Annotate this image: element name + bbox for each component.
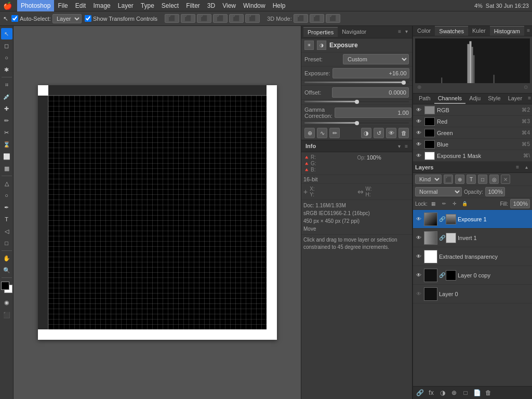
menu-photoshop[interactable]: Photoshop (17, 0, 54, 11)
offset-slider-track[interactable] (304, 101, 409, 102)
eyedropper-tool[interactable]: 💉 (1, 91, 12, 102)
exposure-slider-track[interactable] (304, 82, 409, 83)
tab-histogram[interactable]: Histogram (490, 26, 524, 36)
tab-properties[interactable]: Properties (303, 27, 338, 37)
layers-new-btn[interactable]: 📄 (472, 388, 482, 397)
menu-3d[interactable]: 3D (204, 0, 219, 11)
crop-tool[interactable]: ⌗ (1, 79, 12, 90)
tab-channels[interactable]: Channels (434, 94, 466, 104)
blur-tool[interactable]: △ (1, 178, 12, 189)
eraser-tool[interactable]: ⬜ (1, 151, 12, 162)
menu-filter[interactable]: Filter (182, 0, 204, 11)
hand-tool[interactable]: ✋ (1, 252, 12, 264)
lasso-tool[interactable]: ○ (1, 52, 12, 63)
layers-fx-btn[interactable]: fx (427, 388, 436, 397)
channels-menu-btn[interactable]: ≡ (526, 94, 532, 104)
color-swatches[interactable] (1, 282, 12, 293)
screen-mode-btn[interactable]: ⬛ (1, 309, 12, 321)
layer-link-exposure1[interactable]: 🔗 (439, 216, 444, 222)
channel-row-red[interactable]: 👁 Red ⌘3 (413, 116, 532, 127)
gradient-tool[interactable]: ▦ (1, 163, 12, 174)
align-center-btn[interactable]: ⬛ (181, 14, 195, 23)
marquee-tool[interactable]: ◻ (1, 40, 12, 51)
layers-delete-btn[interactable]: 🗑 (484, 388, 493, 397)
tab-layer-sub[interactable]: Layer (504, 94, 526, 104)
layer-link-layer0copy[interactable]: 🔗 (439, 272, 444, 278)
tab-adju[interactable]: Adju (466, 94, 484, 104)
properties-eyedropper-btn[interactable]: ⊕ (304, 128, 315, 138)
properties-mask-btn[interactable]: ◑ (361, 128, 371, 138)
menu-view[interactable]: View (219, 0, 240, 11)
properties-curve-btn[interactable]: ∿ (317, 128, 327, 138)
properties-eye-btn[interactable]: 👁 (386, 128, 396, 138)
info-menu-btn[interactable]: ≡ (403, 142, 410, 151)
properties-delete-btn[interactable]: 🗑 (398, 128, 409, 138)
menu-image[interactable]: Image (89, 0, 114, 11)
channel-row-rgb[interactable]: 👁 RGB ⌘2 (413, 104, 532, 116)
align-top-btn[interactable]: ⬛ (213, 14, 228, 23)
layer-eye-extracted[interactable]: 👁 (415, 253, 422, 260)
align-left-btn[interactable]: ⬛ (165, 14, 179, 23)
layers-link-btn[interactable]: 🔗 (415, 388, 424, 397)
layers-menu-btn[interactable]: ≡ (514, 163, 521, 171)
canvas-document[interactable] (48, 96, 267, 329)
lock-transparent-btn[interactable]: ▦ (430, 200, 438, 208)
properties-refresh-btn[interactable]: ↺ (374, 128, 384, 138)
filter-toggle-btn[interactable]: ✕ (501, 175, 510, 184)
channel-eye-blue[interactable]: 👁 (415, 141, 422, 148)
menu-help[interactable]: Help (269, 0, 289, 11)
clone-stamp-tool[interactable]: ✂ (1, 127, 12, 138)
align-right-btn[interactable]: ⬛ (197, 14, 211, 23)
align-bottom-btn[interactable]: ⬛ (245, 14, 260, 23)
3d-orbit-btn[interactable]: ⬛ (310, 14, 324, 23)
menu-edit[interactable]: Edit (72, 0, 90, 11)
menu-type[interactable]: Type (137, 0, 158, 11)
tab-style[interactable]: Style (484, 94, 504, 104)
gamma-slider-track[interactable] (304, 122, 409, 124)
preset-select[interactable]: Custom (343, 54, 409, 64)
dodge-tool[interactable]: ○ (1, 190, 12, 201)
3d-mode-btn[interactable]: ⬛ (294, 14, 308, 23)
move-tool[interactable]: ↖ (1, 28, 12, 39)
layers-expand-btn[interactable]: ▴ (523, 163, 530, 171)
text-tool[interactable]: T (1, 214, 12, 225)
channel-row-green[interactable]: 👁 Green ⌘4 (413, 127, 532, 139)
channel-row-mask[interactable]: 👁 Exposure 1 Mask ⌘\ (413, 150, 532, 162)
layers-mask-btn[interactable]: ◑ (438, 388, 447, 397)
lock-image-btn[interactable]: ✏ (440, 200, 448, 208)
filter-adj-btn[interactable]: ⊕ (455, 175, 464, 184)
foreground-color-swatch[interactable] (1, 282, 9, 290)
menu-file[interactable]: File (54, 0, 71, 11)
tab-path[interactable]: Path (415, 94, 434, 104)
lock-all-btn[interactable]: 🔒 (461, 200, 469, 208)
filter-text-btn[interactable]: T (467, 175, 476, 184)
layer-row-layer0[interactable]: 👁 Layer 0 (413, 285, 532, 303)
quick-mask-btn[interactable]: ◉ (1, 297, 12, 308)
menu-layer[interactable]: Layer (114, 0, 137, 11)
channel-eye-rgb[interactable]: 👁 (415, 107, 422, 114)
align-middle-btn[interactable]: ⬛ (229, 14, 244, 23)
filter-shape-btn[interactable]: □ (478, 175, 487, 184)
offset-input[interactable] (332, 87, 409, 98)
layer-eye-layer0copy[interactable]: 👁 (415, 272, 422, 279)
tab-navigator[interactable]: Navigator (338, 27, 370, 37)
gamma-input[interactable] (335, 108, 411, 118)
show-transform-checkbox[interactable] (85, 15, 91, 22)
layer-mask-exposure1[interactable] (446, 214, 456, 224)
channel-eye-mask[interactable]: 👁 (415, 152, 422, 159)
shape-tool[interactable]: □ (1, 237, 12, 249)
blend-mode-select[interactable]: Normal (415, 187, 462, 196)
layer-eye-exposure1[interactable]: 👁 (415, 216, 422, 223)
history-brush-tool[interactable]: ⌛ (1, 139, 12, 150)
filter-smart-btn[interactable]: ◎ (489, 175, 499, 184)
fill-input[interactable] (510, 199, 530, 208)
menu-window[interactable]: Window (240, 0, 269, 11)
tab-kuler[interactable]: Kuler (468, 26, 490, 36)
layer-mask-invert1[interactable] (446, 233, 456, 243)
layers-adj-btn[interactable]: ⊕ (449, 388, 459, 397)
filter-pixel-btn[interactable]: ⬛ (444, 175, 453, 184)
properties-pencil-btn[interactable]: ✏ (329, 128, 340, 138)
layer-link-invert1[interactable]: 🔗 (439, 235, 444, 241)
properties-collapse-btn[interactable]: ▾ (403, 27, 410, 37)
auto-select-type[interactable]: Layer (52, 14, 82, 23)
